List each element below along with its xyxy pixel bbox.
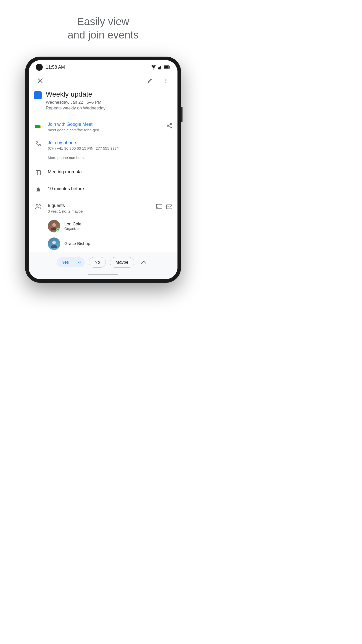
guests-info: 6 guests 3 yes, 1 no, 2 maybe	[48, 203, 151, 213]
guest-role-lori: Organizer	[64, 227, 81, 231]
phone-icon	[34, 141, 43, 147]
svg-point-26	[52, 223, 56, 227]
phone-join-label[interactable]: Join by phone	[48, 140, 172, 145]
message-button[interactable]	[156, 204, 162, 210]
guests-status: 3 yes, 1 no, 2 maybe	[48, 209, 151, 213]
svg-point-23	[39, 205, 40, 206]
guest-name-grace: Grace Bishop	[64, 241, 90, 246]
svg-rect-25	[166, 205, 172, 209]
accepted-badge-lori	[56, 228, 60, 232]
svg-point-22	[36, 204, 38, 206]
svg-rect-19	[36, 171, 40, 175]
email-icon	[166, 204, 172, 210]
meet-row: Join with Google Meet meet.google.com/fa…	[34, 118, 172, 136]
more-icon	[163, 78, 168, 83]
event-header: Weekly update Wednesday, Jan 22 · 5–6 PM…	[34, 90, 172, 111]
page-headline: Easily view and join events	[68, 15, 139, 42]
svg-rect-12	[35, 125, 40, 128]
event-date: Wednesday, Jan 22 · 5–6 PM	[46, 100, 106, 105]
more-phone-row: More phone numbers	[34, 154, 172, 163]
rsvp-bar: Yes No Maybe	[29, 253, 177, 272]
divider-3	[34, 198, 172, 198]
divider-1	[34, 164, 172, 164]
meet-icon	[34, 122, 43, 131]
svg-point-10	[165, 82, 166, 83]
event-info: Weekly update Wednesday, Jan 22 · 5–6 PM…	[46, 90, 106, 111]
share-button[interactable]	[166, 122, 172, 129]
divider-2	[34, 181, 172, 181]
status-icons	[151, 65, 170, 69]
toolbar-left	[35, 75, 46, 86]
svg-point-8	[165, 79, 166, 80]
guest-name-lori: Lori Cole	[64, 222, 81, 227]
guests-icon	[34, 204, 43, 210]
rsvp-maybe-button[interactable]: Maybe	[110, 257, 134, 268]
home-bar	[88, 274, 118, 275]
rsvp-no-button[interactable]: No	[89, 257, 106, 268]
rsvp-yes-label[interactable]: Yes	[57, 257, 74, 267]
signal-icon	[158, 65, 162, 69]
svg-rect-0	[158, 67, 159, 69]
phone-row: Join by phone (CH) +41 30 300 00 15 PIN:…	[34, 136, 172, 154]
status-left: 11:58 AM	[36, 64, 65, 71]
svg-rect-1	[159, 67, 160, 69]
svg-rect-20	[37, 171, 39, 175]
guests-row: 6 guests 3 yes, 1 no, 2 maybe	[34, 199, 172, 217]
guests-icon-svg	[35, 204, 41, 210]
svg-point-29	[51, 245, 57, 248]
chevron-down-icon	[78, 261, 81, 264]
svg-rect-5	[164, 66, 169, 68]
guest-item-grace[interactable]: Grace Bishop	[34, 235, 172, 253]
svg-point-16	[170, 127, 172, 128]
rsvp-yes-button[interactable]: Yes	[57, 257, 85, 267]
meet-join-label[interactable]: Join with Google Meet	[48, 122, 161, 127]
content-area: Weekly update Wednesday, Jan 22 · 5–6 PM…	[29, 73, 177, 253]
check-icon-lori	[57, 229, 59, 231]
guest-info-lori: Lori Cole Organizer	[64, 222, 81, 231]
meet-url: meet.google.com/fae-fgha-ged	[48, 128, 161, 132]
guest-avatar-grace	[48, 237, 60, 250]
edit-button[interactable]	[144, 75, 155, 86]
room-icon-svg	[35, 170, 41, 176]
home-indicator	[29, 272, 177, 279]
status-bar: 11:58 AM	[29, 60, 177, 73]
guests-count: 6 guests	[48, 203, 151, 208]
rsvp-collapse-button[interactable]	[138, 257, 149, 268]
reminder-content: 10 minutes before	[48, 186, 172, 191]
phone-mockup: 11:58 AM	[25, 57, 181, 283]
room-label: Meeting room 4a	[48, 169, 172, 175]
svg-point-21	[37, 173, 37, 173]
meet-content: Join with Google Meet meet.google.com/fa…	[48, 122, 161, 132]
svg-rect-3	[162, 65, 162, 69]
more-phones-label[interactable]: More phone numbers	[48, 155, 84, 160]
reminder-label: 10 minutes before	[48, 186, 172, 191]
close-button[interactable]	[35, 75, 46, 86]
room-icon	[34, 170, 43, 176]
guest-avatar-lori	[48, 220, 60, 232]
event-color-dot	[34, 91, 42, 99]
bell-icon-svg	[35, 187, 41, 193]
more-button[interactable]	[160, 75, 171, 86]
svg-line-18	[168, 126, 170, 127]
wifi-icon	[151, 65, 156, 69]
svg-point-9	[165, 80, 166, 81]
guest-info-grace: Grace Bishop	[64, 241, 90, 246]
svg-point-14	[170, 124, 172, 125]
email-button[interactable]	[166, 204, 172, 210]
phone-number: (CH) +41 30 300 00 15 PIN: 277 555 923#	[48, 146, 172, 150]
room-row: Meeting room 4a	[34, 165, 172, 180]
battery-icon	[164, 65, 170, 69]
toolbar-right	[144, 75, 171, 86]
svg-line-17	[168, 124, 170, 126]
reminder-row: 10 minutes before	[34, 182, 172, 197]
camera-dot	[36, 64, 43, 71]
phone-screen: 11:58 AM	[29, 60, 177, 279]
edit-icon	[147, 78, 152, 83]
close-icon	[38, 78, 43, 83]
toolbar	[34, 73, 172, 90]
svg-point-15	[167, 125, 169, 127]
svg-point-28	[52, 241, 56, 244]
bell-icon	[34, 187, 43, 193]
rsvp-dropdown-arrow[interactable]	[74, 259, 85, 266]
guest-item-lori[interactable]: Lori Cole Organizer	[34, 217, 172, 235]
